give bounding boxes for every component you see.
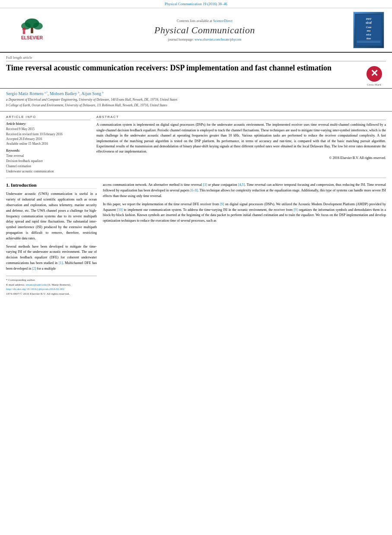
svg-rect-6: [23, 31, 25, 34]
ref-3: [3]: [203, 183, 207, 187]
svg-text:mu: mu: [367, 29, 371, 32]
journal-homepage: journal homepage: www.elsevier.com/locat…: [168, 38, 241, 41]
footnote-issn: 1874-4907/© 2016 Elsevier B.V. All right…: [6, 292, 97, 296]
accepted-date: Accepted 26 February 2016: [6, 137, 90, 141]
svg-point-3: [33, 22, 43, 30]
authors-line: Sergio Matiz Romero a,*, Mohsen Badiey b…: [6, 91, 386, 96]
footnote-doi: http://dx.doi.org/10.1016/j.phycom.2016.…: [6, 287, 97, 292]
footnote-area: * Corresponding author. E-mail address: …: [6, 276, 97, 296]
article-type-label: Full length article: [6, 55, 386, 61]
affiliation-a: a Department of Electrical and Computer …: [6, 98, 386, 102]
article-info-column: ARTICLE INFO Article history: Received 9…: [6, 115, 90, 174]
ref-10: [10]: [117, 208, 123, 212]
keyword-2: Decision feedback equalizer: [6, 159, 90, 164]
crossmark-label: Cross Mark: [367, 83, 381, 86]
ref-2: [2]: [32, 267, 36, 271]
cover-svg: PHY sical Com mu nica tion: [354, 14, 384, 46]
article-metadata: Full length article Time reversal acoust…: [0, 53, 392, 89]
intro-right-column: access communication network. An alterna…: [103, 182, 386, 296]
ref-9a: [9]: [220, 202, 224, 206]
keywords-section: Keywords: Time reversal Decision feedbac…: [6, 149, 90, 174]
received-date: Received 9 May 2015: [6, 127, 90, 131]
footnote-email: E-mail address: smatiz@udel.edu (S. Mati…: [6, 283, 97, 287]
body-section: ARTICLE INFO Article history: Received 9…: [0, 111, 392, 296]
keyword-3: Channel estimation: [6, 164, 90, 169]
crossmark-badge[interactable]: ✕ Cross Mark: [362, 66, 386, 86]
online-date: Available online 15 March 2016: [6, 141, 90, 146]
sciencedirect-link[interactable]: ScienceDirect: [213, 19, 233, 23]
intro-para3: access communication network. An alterna…: [103, 182, 386, 199]
page-wrapper: Physical Communication 19 (2016) 38–46 E…: [0, 0, 392, 535]
intro-left-column: 1. Introduction Underwater acoustic (UWA…: [6, 182, 97, 296]
author-song: Aijun Song: [81, 91, 101, 96]
history-subheading: Article history:: [6, 122, 90, 126]
svg-text:tion: tion: [367, 37, 371, 40]
ref-45: [4,5]: [238, 183, 245, 187]
article-title: Time reversal acoustic communication rec…: [6, 63, 362, 73]
abstract-column: ABSTRACT A communication system is imple…: [96, 115, 386, 174]
revised-date: Received in revised form 10 February 201…: [6, 132, 90, 137]
affiliation-b: b College of Earth, Ocean and Environmen…: [6, 103, 386, 108]
header-center: Contents lists available at ScienceDirec…: [62, 12, 347, 48]
crossmark-logo-icon: ✕: [366, 66, 382, 82]
email-link[interactable]: smatiz@udel.edu: [26, 283, 47, 287]
keywords-subheading: Keywords:: [6, 149, 90, 153]
footnote-corresponding: * Corresponding author.: [6, 278, 97, 283]
intro-para2: Several methods have been developed to m…: [6, 244, 97, 272]
author-badiey: Mohsen Badiey: [50, 91, 77, 96]
keyword-1: Time reversal: [6, 153, 90, 159]
abstract-text: A communication system is implemented on…: [96, 122, 386, 154]
journal-cover-area: PHY sical Com mu nica tion: [351, 12, 386, 48]
info-abstract-row: ARTICLE INFO Article history: Received 9…: [6, 111, 386, 178]
svg-text:✕: ✕: [370, 68, 378, 79]
homepage-url[interactable]: www.elsevier.com/locate/phycom: [194, 38, 241, 41]
keywords-list: Time reversal Decision feedback equalize…: [6, 153, 90, 174]
journal-title: Physical Communication: [154, 25, 255, 36]
author-romero: Sergio Matiz Romero: [6, 91, 43, 96]
svg-text:ELSEVIER: ELSEVIER: [21, 35, 43, 40]
authors-section: Sergio Matiz Romero a,*, Mohsen Badiey b…: [0, 89, 392, 111]
doi-bar: Physical Communication 19 (2016) 38–46: [0, 0, 392, 8]
ref-9b: [9]: [293, 208, 297, 212]
contents-line: Contents lists available at ScienceDirec…: [177, 19, 233, 23]
keyword-4: Underwater acoustic communication: [6, 169, 90, 174]
svg-text:sical: sical: [365, 21, 372, 25]
elsevier-logo-area: ELSEVIER: [6, 12, 58, 48]
svg-text:nica: nica: [366, 33, 371, 36]
intro-text-left: Underwater acoustic (UWA) communication …: [6, 191, 97, 271]
abstract-copyright: © 2016 Elsevier B.V. All rights reserved…: [96, 156, 386, 160]
intro-text-right: access communication network. An alterna…: [103, 182, 386, 224]
title-row: Time reversal acoustic communication rec…: [6, 63, 386, 86]
introduction-section: 1. Introduction Underwater acoustic (UWA…: [6, 178, 386, 296]
svg-rect-4: [31, 28, 33, 33]
introduction-heading: 1. Introduction: [6, 182, 97, 189]
header-section: ELSEVIER Contents lists available at Sci…: [0, 8, 392, 53]
elsevier-logo-icon: ELSEVIER: [13, 17, 51, 43]
ref-1: [1]: [59, 261, 63, 265]
article-info-heading: ARTICLE INFO: [6, 115, 90, 120]
section-number: 1. Introduction: [6, 182, 37, 188]
doi-link[interactable]: http://dx.doi.org/10.1016/j.phycom.2016.…: [6, 287, 64, 291]
intro-para1: Underwater acoustic (UWA) communication …: [6, 191, 97, 241]
ref-68: [6–8]: [190, 188, 198, 192]
svg-text:PHY: PHY: [366, 17, 372, 20]
svg-text:Com: Com: [366, 25, 371, 29]
journal-cover-image: PHY sical Com mu nica tion: [353, 12, 384, 48]
svg-point-5: [22, 28, 25, 31]
intro-para4: In this paper, we report the implementat…: [103, 202, 386, 224]
doi-text: Physical Communication 19 (2016) 38–46: [165, 2, 227, 6]
abstract-heading: ABSTRACT: [96, 115, 386, 120]
